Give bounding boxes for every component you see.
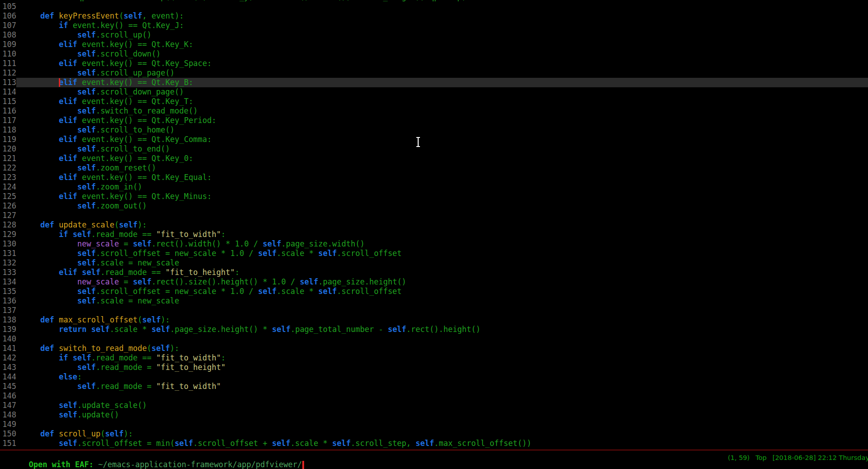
awesome-tray: (1, 59)Top[2018-06-28] 22:12 Thursday <box>710 447 868 469</box>
code-line[interactable]: 146 <box>0 391 868 401</box>
minibuffer-input[interactable]: ~/emacs-application-framework/app/pdfvie… <box>98 460 302 469</box>
code-text: def max_scroll_offset(self): <box>16 315 868 325</box>
code-text: elif event.key() == Qt.Key_Comma: <box>16 135 868 144</box>
code-text: self.read_mode = "fit_to_width" <box>16 382 868 391</box>
line-number: 116 <box>0 106 16 116</box>
line-number: 147 <box>0 401 16 410</box>
code-text: elif event.key() == Qt.Key_0: <box>16 154 868 163</box>
code-line[interactable]: 127 <box>0 211 868 220</box>
line-number: 126 <box>0 201 16 211</box>
code-text: self.update_scale() <box>16 401 868 410</box>
line-number: 115 <box>0 97 16 106</box>
code-line[interactable]: 129 if self.read_mode == "fit_to_width": <box>0 230 868 239</box>
code-line[interactable]: 123 elif event.key() == Qt.Key_Equal: <box>0 173 868 182</box>
line-number: 129 <box>0 230 16 239</box>
code-text: self.zoom_in() <box>16 182 868 192</box>
tray-datetime: [2018-06-28] 22:12 Thursday <box>773 454 868 461</box>
code-line[interactable]: 111 elif event.key() == Qt.Key_Space: <box>0 59 868 68</box>
line-number: 119 <box>0 135 16 144</box>
line-number: 141 <box>0 344 16 353</box>
code-line[interactable]: 144 else: <box>0 372 868 382</box>
code-line[interactable]: 109 elif event.key() == Qt.Key_K: <box>0 40 868 49</box>
code-line[interactable]: 138 def max_scroll_offset(self): <box>0 315 868 325</box>
code-text: new_scale = self.rect().width() * 1.0 / … <box>16 239 868 249</box>
code-line[interactable]: 142 if self.read_mode == "fit_to_width": <box>0 353 868 363</box>
code-line[interactable]: 133 elif self.read_mode == "fit_to_heigh… <box>0 268 868 277</box>
line-number: 142 <box>0 353 16 363</box>
code-line[interactable]: 141 def switch_to_read_mode(self): <box>0 344 868 353</box>
line-number: 143 <box>0 363 16 372</box>
line-number: 117 <box>0 116 16 125</box>
code-line[interactable]: 131 self.scroll_offset = new_scale * 1.0… <box>0 249 868 258</box>
code-line[interactable]: 132 self.scale = new_scale <box>0 258 868 268</box>
line-number: 107 <box>0 21 16 30</box>
code-text: self.scroll_down_page() <box>16 87 868 97</box>
line-number: 118 <box>0 125 16 135</box>
code-line[interactable]: 134 new_scale = self.rect().size().heigh… <box>0 277 868 287</box>
code-text: elif event.key() == Qt.Key_Equal: <box>16 173 868 182</box>
code-line[interactable]: 136 self.scale = new_scale <box>0 296 868 306</box>
code-line[interactable]: 130 new_scale = self.rect().width() * 1.… <box>0 239 868 249</box>
line-number: 105 <box>0 2 16 11</box>
line-number: 124 <box>0 182 16 192</box>
code-text: self.scale = new_scale <box>16 258 868 268</box>
code-line[interactable]: 147 self.update_scale() <box>0 401 868 410</box>
code-line[interactable]: 110 self.scroll_down() <box>0 49 868 59</box>
code-line[interactable]: 108 self.scroll_up() <box>0 30 868 40</box>
code-text: def scroll_up(self): <box>16 429 868 439</box>
code-line[interactable]: 122 self.zoom_reset() <box>0 163 868 173</box>
line-number: 128 <box>0 220 16 230</box>
line-number: 139 <box>0 325 16 334</box>
code-line[interactable]: 126 self.zoom_out() <box>0 201 868 211</box>
code-text: self.switch_to_read_mode() <box>16 106 868 116</box>
line-number: 151 <box>0 439 16 448</box>
code-line[interactable]: 137 <box>0 306 868 315</box>
line-number: 120 <box>0 144 16 154</box>
code-line[interactable]: 116 self.switch_to_read_mode() <box>0 106 868 116</box>
code-line[interactable]: 121 elif event.key() == Qt.Key_0: <box>0 154 868 163</box>
line-number: 123 <box>0 173 16 182</box>
code-text: elif event.key() == Qt.Key_T: <box>16 97 868 106</box>
code-line[interactable]: 118 self.scroll_to_home() <box>0 125 868 135</box>
code-line[interactable]: 115 elif event.key() == Qt.Key_T: <box>0 97 868 106</box>
line-number: 114 <box>0 87 16 97</box>
code-line[interactable]: 150 def scroll_up(self): <box>0 429 868 439</box>
minibuffer-area: Open with EAF: ~/emacs-application-frame… <box>0 450 868 469</box>
code-line[interactable]: 120 self.scroll_to_end() <box>0 144 868 154</box>
minibuffer-prompt: Open with EAF: <box>29 460 98 469</box>
code-text: self.zoom_out() <box>16 201 868 211</box>
line-number: 136 <box>0 296 16 306</box>
code-line[interactable]: 117 elif event.key() == Qt.Key_Period: <box>0 116 868 125</box>
code-line[interactable]: 145 self.read_mode = "fit_to_width" <box>0 382 868 391</box>
code-text: elif event.key() == Qt.Key_Minus: <box>16 192 868 201</box>
line-number: 134 <box>0 277 16 287</box>
code-text: elif event.key() == Qt.Key_K: <box>16 40 868 49</box>
code-line[interactable]: 105 <box>0 2 868 11</box>
code-line[interactable]: 125 elif event.key() == Qt.Key_Minus: <box>0 192 868 201</box>
code-text: if self.read_mode == "fit_to_width": <box>16 230 868 239</box>
code-line[interactable]: 139 return self.scale * self.page_size.h… <box>0 325 868 334</box>
code-line[interactable]: 107 if event.key() == Qt.Key_J: <box>0 21 868 30</box>
code-line[interactable]: 112 self.scroll_up_page() <box>0 68 868 78</box>
line-number: 127 <box>0 211 16 220</box>
code-line[interactable]: 119 elif event.key() == Qt.Key_Comma: <box>0 135 868 144</box>
code-line[interactable]: 114 self.scroll_down_page() <box>0 87 868 97</box>
code-text: self.scroll_offset = new_scale * 1.0 / s… <box>16 287 868 296</box>
line-number: 148 <box>0 410 16 420</box>
code-line[interactable]: 140 <box>0 334 868 344</box>
code-line[interactable]: 128 def update_scale(self): <box>0 220 868 230</box>
code-line[interactable]: 113 elif event.key() == Qt.Key_B: <box>0 78 868 87</box>
code-line[interactable]: 106 def keyPressEvent(self, event): <box>0 11 868 21</box>
line-number: 145 <box>0 382 16 391</box>
code-line[interactable]: 135 self.scroll_offset = new_scale * 1.0… <box>0 287 868 296</box>
code-line[interactable]: 124 self.zoom_in() <box>0 182 868 192</box>
code-text: self.update() <box>16 410 868 420</box>
code-text <box>16 2 868 11</box>
line-number: 106 <box>0 11 16 21</box>
code-line[interactable]: 148 self.update() <box>0 410 868 420</box>
code-text: elif event.key() == Qt.Key_Space: <box>16 59 868 68</box>
code-line[interactable]: 143 self.read_mode = "fit_to_height" <box>0 363 868 372</box>
code-text <box>16 306 868 315</box>
code-buffer[interactable]: qpainter.drawPixmap(QRect(0, render_y, s… <box>0 0 868 448</box>
code-line[interactable]: 149 <box>0 420 868 429</box>
